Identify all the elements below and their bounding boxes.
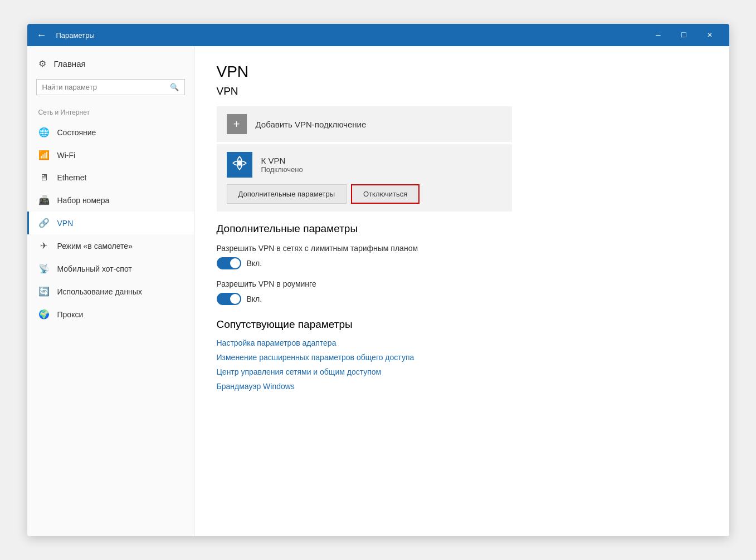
- additional-section: Дополнительные параметры Разрешить VPN в…: [217, 223, 707, 305]
- vpn-info: К VPN Подключено: [261, 156, 303, 174]
- toggle-wrap-metered: Вкл.: [217, 257, 707, 269]
- sidebar-item-wifi[interactable]: 📶 Wi-Fi: [27, 144, 194, 166]
- settings-window: ← Параметры ─ ☐ ✕ ⚙ Главная 🔍 Сеть и Инт…: [27, 24, 729, 536]
- sidebar-item-label-airplane: Режим «в самолете»: [57, 242, 133, 250]
- add-vpn-label: Добавить VPN-подключение: [256, 120, 367, 129]
- sidebar-item-vpn[interactable]: 🔗 VPN: [27, 212, 194, 234]
- toggle-knob-metered: [230, 258, 240, 268]
- vpn-actions: Дополнительные параметры Отключиться: [227, 184, 502, 204]
- vpn-connection-status: Подключено: [261, 165, 303, 174]
- search-icon: 🔍: [170, 83, 179, 91]
- maximize-button[interactable]: ☐: [671, 24, 697, 46]
- proxy-icon: 🌍: [38, 309, 50, 320]
- related-link-firewall[interactable]: Брандмауэр Windows: [217, 382, 707, 391]
- related-section-title: Сопутствующие параметры: [217, 318, 707, 331]
- sidebar-section-label: Сеть и Интернет: [27, 105, 194, 121]
- vpn-connection-card: К VPN Подключено Дополнительные параметр…: [217, 144, 512, 212]
- add-vpn-card[interactable]: + Добавить VPN-подключение: [217, 106, 512, 142]
- vpn-nav-icon: 🔗: [38, 218, 50, 228]
- toggle-label-roaming: Разрешить VPN в роуминге: [217, 279, 707, 288]
- sidebar-item-proxy[interactable]: 🌍 Прокси: [27, 303, 194, 326]
- toggle-label-metered: Разрешить VPN в сетях с лимитным тарифны…: [217, 244, 707, 253]
- ethernet-icon: 🖥: [38, 173, 50, 183]
- sidebar-item-label-datausage: Использование данных: [57, 287, 142, 296]
- sidebar-home-label: Главная: [54, 59, 86, 68]
- toggle-row-metered: Разрешить VPN в сетях с лимитным тарифны…: [217, 244, 707, 269]
- titlebar: ← Параметры ─ ☐ ✕: [27, 24, 729, 46]
- vpn-connection-name: К VPN: [261, 156, 303, 165]
- hotspot-icon: 📡: [38, 263, 50, 274]
- toggle-row-roaming: Разрешить VPN в роуминге Вкл.: [217, 279, 707, 305]
- toggle-roaming[interactable]: [217, 293, 241, 305]
- window-controls: ─ ☐ ✕: [646, 24, 723, 46]
- sidebar-item-hotspot[interactable]: 📡 Мобильный хот-спот: [27, 257, 194, 280]
- toggle-knob-roaming: [230, 294, 240, 304]
- related-link-adapter[interactable]: Настройка параметров адаптера: [217, 338, 707, 347]
- minimize-button[interactable]: ─: [646, 24, 671, 46]
- sidebar-item-label-ethernet: Ethernet: [57, 173, 87, 182]
- toggle-metered[interactable]: [217, 257, 241, 269]
- vpn-icon-box: [227, 152, 252, 178]
- close-button[interactable]: ✕: [697, 24, 723, 46]
- related-link-netcenter[interactable]: Центр управления сетями и общим доступом: [217, 367, 707, 376]
- sidebar-item-label-hotspot: Мобильный хот-спот: [57, 264, 132, 273]
- search-input[interactable]: [42, 83, 170, 91]
- sidebar-item-label-vpn: VPN: [57, 219, 74, 228]
- sidebar-item-status[interactable]: 🌐 Состояние: [27, 121, 194, 144]
- sidebar-item-datausage[interactable]: 🔄 Использование данных: [27, 280, 194, 303]
- sidebar-item-label-proxy: Прокси: [57, 310, 84, 319]
- main-content: ⚙ Главная 🔍 Сеть и Интернет 🌐 Состояние …: [27, 46, 729, 536]
- toggle-state-metered: Вкл.: [247, 259, 262, 268]
- content-area: VPN VPN + Добавить VPN-подключение: [194, 46, 729, 536]
- related-link-sharing[interactable]: Изменение расширенных параметров общего …: [217, 353, 707, 362]
- vpn-settings-button[interactable]: Дополнительные параметры: [227, 184, 347, 204]
- vpn-section-title: VPN: [217, 85, 707, 97]
- sidebar-home[interactable]: ⚙ Главная: [27, 46, 194, 79]
- sidebar-item-label-dialup: Набор номера: [57, 196, 110, 205]
- add-plus-icon: +: [227, 114, 247, 134]
- home-icon: ⚙: [38, 58, 46, 69]
- vpn-connection-header: К VPN Подключено: [227, 152, 502, 178]
- airplane-icon: ✈: [38, 240, 50, 251]
- back-button[interactable]: ←: [34, 27, 50, 43]
- toggle-wrap-roaming: Вкл.: [217, 293, 707, 305]
- sidebar-item-airplane[interactable]: ✈ Режим «в самолете»: [27, 234, 194, 257]
- vpn-disconnect-button[interactable]: Отключиться: [351, 184, 420, 204]
- sidebar-item-label-status: Состояние: [57, 128, 96, 137]
- status-icon: 🌐: [38, 127, 50, 137]
- sidebar-item-label-wifi: Wi-Fi: [57, 151, 76, 160]
- wifi-icon: 📶: [38, 150, 50, 160]
- page-title: VPN: [217, 63, 707, 81]
- sidebar-item-ethernet[interactable]: 🖥 Ethernet: [27, 166, 194, 189]
- search-box: 🔍: [36, 79, 185, 95]
- additional-title: Дополнительные параметры: [217, 223, 707, 235]
- datausage-icon: 🔄: [38, 286, 50, 297]
- vpn-connection-icon: [232, 155, 247, 174]
- window-title: Параметры: [56, 31, 646, 40]
- sidebar: ⚙ Главная 🔍 Сеть и Интернет 🌐 Состояние …: [27, 46, 194, 536]
- toggle-state-roaming: Вкл.: [247, 294, 262, 303]
- dialup-icon: 📠: [38, 195, 50, 205]
- related-section: Сопутствующие параметры Настройка параме…: [217, 318, 707, 391]
- sidebar-item-dialup[interactable]: 📠 Набор номера: [27, 189, 194, 212]
